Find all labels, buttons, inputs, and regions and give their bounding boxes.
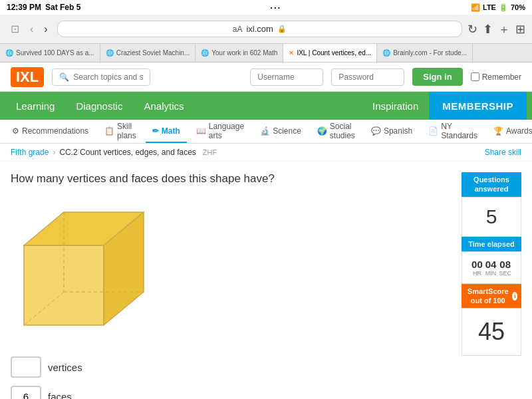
tab-1[interactable]: 🌐 Craziest Soviet Machin...: [100, 44, 196, 62]
signal-icon: 📶: [471, 3, 480, 12]
subnav-awards[interactable]: 🏆 Awards: [487, 120, 532, 143]
refresh-button[interactable]: ↻: [467, 21, 477, 37]
back-button[interactable]: ‹: [26, 21, 37, 37]
signal-type: LTE: [483, 3, 496, 11]
question-area: How many vertices and faces does this sh…: [11, 172, 451, 399]
nav-inspiration[interactable]: Inspiration: [362, 92, 429, 120]
language-arts-label: Language arts: [209, 122, 244, 140]
tab-2-favicon: 🌐: [201, 49, 209, 57]
ny-standards-label: NY Standards: [441, 122, 477, 140]
url-text: ixl.com: [246, 24, 273, 34]
tabs-button[interactable]: ⊞: [515, 21, 525, 37]
nav-analytics[interactable]: Analytics: [133, 92, 194, 120]
tab-3-favicon: ✕: [289, 49, 294, 57]
time-min-unit: 04 MIN: [485, 259, 497, 277]
language-arts-icon: 📖: [196, 126, 206, 136]
time-sec-unit: 08 SEC: [499, 259, 511, 277]
tab-4-label: Brainly.com - For stude...: [393, 49, 467, 57]
vertices-label: vertices: [48, 362, 82, 373]
math-label: Math: [162, 126, 180, 136]
science-label: Science: [273, 126, 301, 136]
username-input[interactable]: [250, 68, 323, 86]
smartscore-info-icon[interactable]: i: [512, 292, 517, 301]
math-icon: ✏: [152, 126, 159, 136]
science-icon: 🔬: [260, 126, 270, 136]
recommendations-label: Recommendations: [22, 126, 88, 136]
lock-icon: 🔒: [277, 25, 287, 33]
questions-answered-label: Questions answered: [462, 172, 521, 197]
status-bar: 12:39 PM Sat Feb 5 ··· 📶 LTE 🔋 70%: [0, 0, 532, 15]
status-day: Sat Feb 5: [45, 3, 80, 12]
sidebar-toggle-button[interactable]: ⊡: [7, 21, 23, 37]
faces-label: faces: [48, 391, 72, 400]
tab-0[interactable]: 🌐 Survived 100 DAYS as a...: [0, 44, 100, 62]
ny-standards-icon: 📄: [428, 126, 438, 136]
subnav-math[interactable]: ✏ Math: [146, 120, 187, 143]
subnav-language-arts[interactable]: 📖 Language arts: [190, 120, 251, 143]
share-button[interactable]: ⬆: [483, 21, 493, 37]
tab-2[interactable]: 🌐 Your work in 602 Math: [196, 44, 283, 62]
social-studies-icon: 🌍: [317, 126, 327, 136]
ixl-logo[interactable]: IXL: [11, 67, 44, 87]
subnav-science[interactable]: 🔬 Science: [253, 120, 308, 143]
tab-1-favicon: 🌐: [106, 49, 114, 57]
skill-plans-icon: 📋: [104, 126, 114, 136]
breadcrumb-code: ZHF: [203, 148, 217, 156]
time-elapsed-label: Time elapsed: [462, 237, 521, 251]
signin-button[interactable]: Sign in: [412, 68, 462, 86]
battery-icon: 🔋: [499, 3, 508, 12]
spanish-label: Spanish: [384, 126, 412, 136]
breadcrumb-skill: CC.2 Count vertices, edges, and faces: [59, 148, 196, 157]
breadcrumb-separator: ›: [53, 148, 55, 157]
status-dots: ···: [270, 3, 281, 13]
status-left: 12:39 PM Sat Feb 5: [7, 3, 80, 12]
awards-label: Awards: [506, 126, 532, 136]
breadcrumb-grade[interactable]: Fifth grade: [11, 148, 49, 157]
ixl-header: IXL 🔍 Sign in Remember: [0, 63, 532, 92]
tab-2-label: Your work in 602 Math: [211, 49, 277, 57]
subnav-spanish[interactable]: 💬 Spanish: [364, 120, 419, 143]
shape-svg: [11, 199, 150, 338]
share-skill-button[interactable]: Share skill: [485, 148, 521, 157]
nav-bar: Learning Diagnostic Analytics Inspiratio…: [0, 92, 532, 120]
tab-3[interactable]: ✕ IXL | Count vertices, ed...: [283, 44, 377, 62]
time-elapsed-value: 00 HR 04 MIN 08 SEC: [462, 251, 521, 284]
new-tab-button[interactable]: ＋: [498, 21, 510, 37]
vertices-input-row: vertices: [11, 356, 451, 378]
faces-input-row: faces: [11, 386, 451, 399]
browser-tabs: 🌐 Survived 100 DAYS as a... 🌐 Craziest S…: [0, 44, 532, 63]
sub-nav: ⚙ Recommendations 📋 Skill plans ✏ Math 📖…: [0, 120, 532, 144]
forward-button[interactable]: ›: [40, 21, 51, 37]
stats-sidebar: Questions answered 5 Time elapsed 00 HR …: [462, 172, 521, 399]
skill-plans-label: Skill plans: [117, 122, 136, 140]
subnav-skill-plans[interactable]: 📋 Skill plans: [98, 120, 143, 143]
tab-4-favicon: 🌐: [382, 49, 390, 57]
battery-level: 70%: [511, 3, 525, 11]
nav-learning[interactable]: Learning: [5, 92, 65, 120]
browser-nav: ⊡ ‹ ›: [7, 21, 52, 37]
search-input[interactable]: [73, 72, 143, 82]
tab-3-label: IXL | Count vertices, ed...: [297, 49, 371, 57]
search-box[interactable]: 🔍: [52, 68, 150, 86]
subnav-ny-standards[interactable]: 📄 NY Standards: [422, 120, 484, 143]
remember-label[interactable]: Remember: [471, 72, 521, 82]
social-studies-label: Social studies: [330, 122, 355, 140]
search-icon: 🔍: [59, 72, 69, 82]
address-bar[interactable]: aA ixl.com 🔒: [57, 21, 462, 37]
status-time: 12:39 PM: [7, 3, 41, 12]
faces-input[interactable]: [11, 386, 41, 399]
breadcrumb: Fifth grade › CC.2 Count vertices, edges…: [0, 144, 532, 162]
tab-0-label: Survived 100 DAYS as a...: [16, 49, 94, 57]
tab-4[interactable]: 🌐 Brainly.com - For stude...: [377, 44, 473, 62]
vertices-input[interactable]: [11, 356, 41, 378]
subnav-social-studies[interactable]: 🌍 Social studies: [311, 120, 362, 143]
browser-actions: ↻ ⬆ ＋ ⊞: [467, 21, 525, 37]
nav-membership[interactable]: MEMBERSHIP: [429, 92, 527, 120]
nav-diagnostic[interactable]: Diagnostic: [65, 92, 133, 120]
shape-container: [11, 199, 451, 340]
remember-checkbox[interactable]: [471, 72, 479, 81]
subnav-recommendations[interactable]: ⚙ Recommendations: [5, 120, 95, 143]
smartscore-value: 45: [462, 308, 521, 356]
password-input[interactable]: [331, 68, 404, 86]
question-text: How many vertices and faces does this sh…: [11, 172, 451, 186]
